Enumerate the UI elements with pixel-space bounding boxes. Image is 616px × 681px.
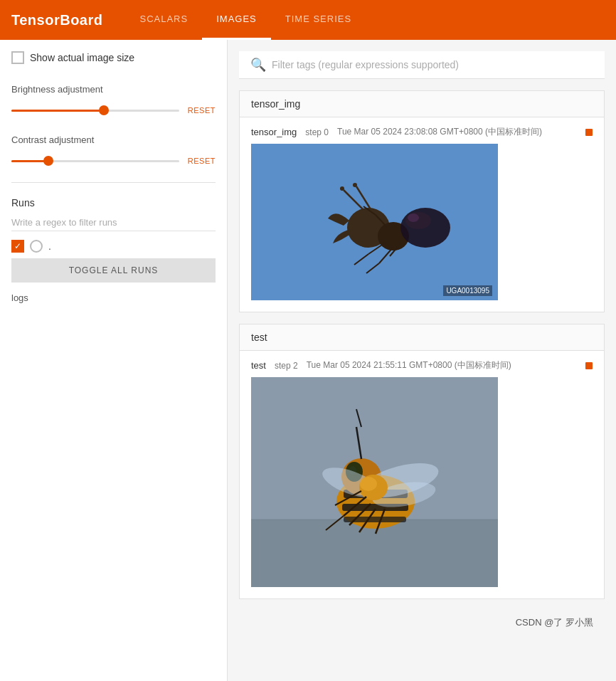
- show-image-size-row: Show actual image size: [11, 51, 216, 64]
- brightness-slider[interactable]: [11, 103, 179, 117]
- brightness-section: Brightness adjustment RESET: [11, 78, 216, 120]
- contrast-section: Contrast adjustment RESET: [11, 129, 216, 171]
- app-logo: TensorBoard: [11, 12, 102, 28]
- image-card-time-test: Tue Mar 05 2024 21:55:11 GMT+0800 (中国标准时…: [307, 359, 511, 371]
- ant-image: UGA0013095: [251, 144, 498, 300]
- image-orange-dot-tensor-img: [585, 129, 593, 136]
- brightness-thumb[interactable]: [99, 105, 109, 115]
- run-item-checked: .: [11, 240, 216, 253]
- main-layout: Show actual image size Brightness adjust…: [0, 40, 616, 681]
- image-group-tensor-img: tensor_img tensor_img step 0 Tue Mar 05 …: [239, 90, 605, 312]
- logs-label: logs: [11, 292, 28, 303]
- image-orange-dot-test: [585, 362, 593, 369]
- topnav: TensorBoard SCALARS IMAGES TIME SERIES: [0, 0, 616, 40]
- image-group-test: test test step 2 Tue Mar 05 2024 21:55:1…: [239, 324, 605, 599]
- bee-image: [251, 377, 498, 587]
- ant-svg: [251, 144, 498, 300]
- image-card-meta-tensor-img: tensor_img step 0 Tue Mar 05 2024 23:08:…: [251, 126, 593, 138]
- footer-note: CSDN @了 罗小黑: [239, 611, 605, 635]
- runs-title: Runs: [11, 197, 216, 208]
- svg-rect-18: [251, 519, 498, 587]
- main-content: 🔍 tensor_img tensor_img step 0 Tue Mar 0…: [228, 40, 616, 681]
- contrast-track: [11, 160, 179, 162]
- image-card-tensor-img: tensor_img step 0 Tue Mar 05 2024 23:08:…: [240, 117, 604, 312]
- contrast-thumb[interactable]: [43, 156, 53, 166]
- contrast-label: Contrast adjustment: [11, 134, 216, 145]
- run-dot: .: [48, 241, 51, 252]
- search-bar: 🔍: [239, 51, 605, 79]
- run-checkbox-orange[interactable]: [11, 240, 24, 253]
- image-card-step-test: step 2: [275, 361, 298, 371]
- image-card-meta-test: test step 2 Tue Mar 05 2024 21:55:11 GMT…: [251, 359, 593, 371]
- bee-svg: [251, 377, 498, 587]
- image-card-time-tensor-img: Tue Mar 05 2024 23:08:08 GMT+0800 (中国标准时…: [337, 126, 542, 138]
- image-card-name-tensor-img: tensor_img: [251, 127, 297, 137]
- ant-image-watermark: UGA0013095: [443, 285, 492, 296]
- brightness-fill: [11, 110, 104, 112]
- run-radio[interactable]: [30, 240, 43, 253]
- nav-scalars[interactable]: SCALARS: [125, 0, 202, 40]
- search-icon: 🔍: [250, 57, 266, 73]
- image-group-header-test: test: [240, 324, 604, 351]
- sidebar-divider: [11, 182, 216, 183]
- sidebar: Show actual image size Brightness adjust…: [0, 40, 228, 681]
- show-image-size-checkbox[interactable]: [11, 51, 24, 64]
- contrast-slider-row: RESET: [11, 154, 216, 168]
- toggle-all-button[interactable]: TOGGLE ALL RUNS: [11, 258, 216, 283]
- svg-point-39: [360, 477, 377, 491]
- nav-links: SCALARS IMAGES TIME SERIES: [125, 0, 366, 40]
- runs-section: Runs . TOGGLE ALL RUNS logs: [11, 197, 216, 304]
- image-group-header-tensor-img: tensor_img: [240, 91, 604, 117]
- image-card-step-tensor-img: step 0: [305, 127, 329, 137]
- show-image-size-label: Show actual image size: [30, 52, 134, 63]
- svg-point-5: [340, 186, 344, 191]
- image-card-test: test step 2 Tue Mar 05 2024 21:55:11 GMT…: [240, 351, 604, 598]
- runs-filter-input[interactable]: [11, 214, 216, 231]
- svg-point-7: [353, 183, 357, 187]
- brightness-reset-button[interactable]: RESET: [188, 103, 216, 117]
- contrast-slider[interactable]: [11, 154, 179, 168]
- brightness-slider-row: RESET: [11, 103, 216, 117]
- svg-point-16: [408, 213, 419, 222]
- image-card-name-test: test: [251, 360, 266, 371]
- search-input[interactable]: [272, 59, 593, 70]
- brightness-label: Brightness adjustment: [11, 84, 216, 95]
- brightness-track: [11, 110, 179, 112]
- nav-time-series[interactable]: TIME SERIES: [271, 0, 366, 40]
- contrast-reset-button[interactable]: RESET: [188, 154, 216, 168]
- nav-images[interactable]: IMAGES: [202, 0, 271, 40]
